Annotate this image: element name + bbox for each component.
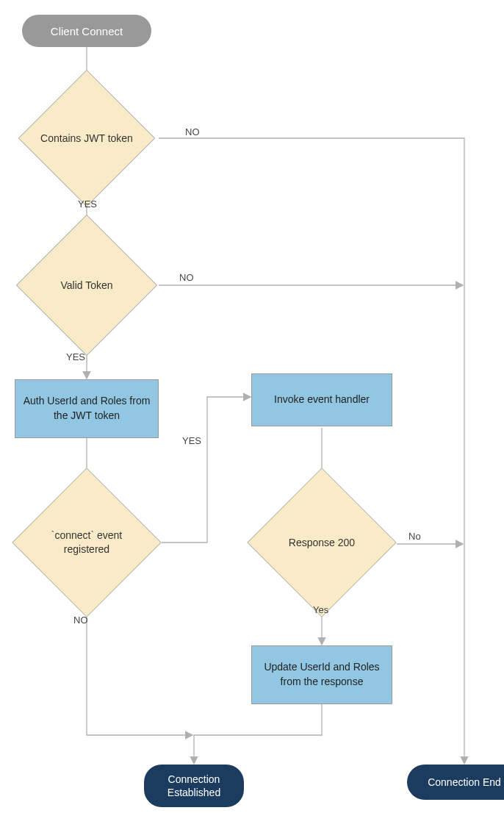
process-auth-userid-roles: Auth UserId and Roles from the JWT token: [15, 379, 159, 438]
decision-jwt-token-label: Contains JWT token: [40, 132, 133, 146]
d3-no-label: NO: [73, 615, 88, 626]
process-auth-userid-roles-label: Auth UserId and Roles from the JWT token: [23, 394, 151, 423]
start-label: Client Connect: [51, 25, 123, 37]
end-connection-end: Connection End: [407, 765, 504, 800]
d2-yes-label: YES: [66, 351, 85, 362]
d4-no-label: No: [408, 531, 421, 542]
d4-yes-label: Yes: [313, 604, 328, 615]
end-connection-end-label: Connection End: [428, 776, 501, 789]
d3-yes-label: YES: [182, 435, 201, 446]
d2-no-label: NO: [179, 272, 194, 283]
d1-no-label: NO: [185, 126, 200, 137]
decision-valid-token-label: Valid Token: [60, 279, 112, 293]
process-invoke-event-handler-label: Invoke event handler: [274, 393, 370, 407]
start-node: Client Connect: [22, 15, 151, 47]
end-connection-established: Connection Established: [144, 765, 244, 807]
process-update-userid-roles-label: Update UserId and Roles from the respons…: [259, 660, 384, 689]
decision-response-200-label: Response 200: [289, 536, 355, 550]
end-connection-established-label: Connection Established: [157, 773, 231, 799]
d1-yes-label: YES: [78, 198, 97, 210]
process-invoke-event-handler: Invoke event handler: [251, 373, 392, 426]
decision-connect-event-registered-label: `connect` event registered: [35, 529, 139, 556]
process-update-userid-roles: Update UserId and Roles from the respons…: [251, 645, 392, 704]
